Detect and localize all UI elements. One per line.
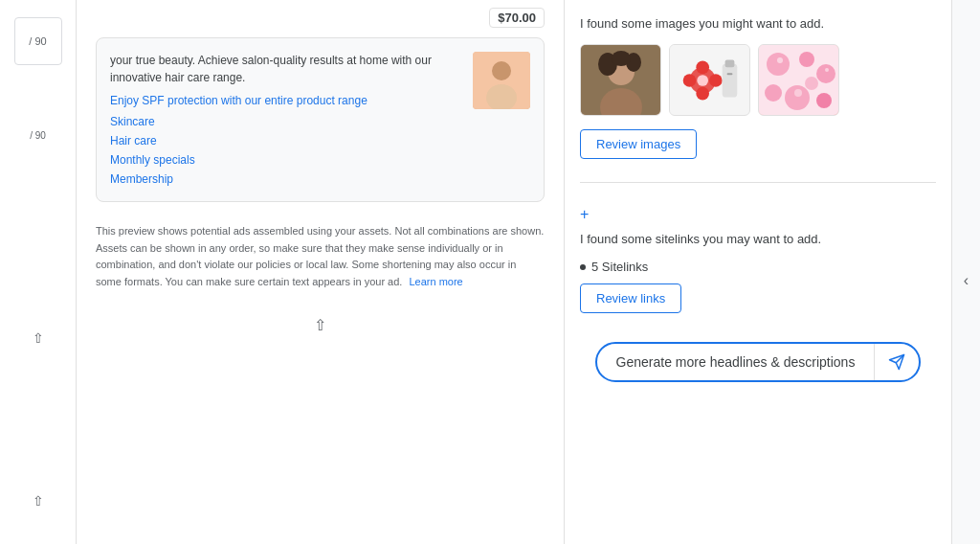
- svg-point-22: [816, 64, 835, 83]
- svg-rect-18: [727, 73, 733, 75]
- ad-preview-card: your true beauty. Achieve salon-quality …: [96, 37, 545, 202]
- nav-link-monthly[interactable]: Monthly specials: [110, 153, 461, 167]
- review-links-button[interactable]: Review links: [580, 283, 681, 313]
- ad-nav-links: Skincare Hair care Monthly specials Memb…: [110, 115, 461, 188]
- svg-point-27: [777, 57, 783, 63]
- svg-point-13: [683, 74, 697, 87]
- images-section-title: I found some images you might want to ad…: [580, 15, 936, 33]
- nav-link-skincare[interactable]: Skincare: [110, 115, 461, 128]
- svg-point-8: [612, 51, 631, 66]
- ad-description: your true beauty. Achieve salon-quality …: [110, 52, 461, 86]
- svg-point-20: [767, 53, 790, 76]
- svg-point-26: [805, 77, 818, 90]
- preview-panel: $70.00 your true beauty. Achieve salon-q…: [77, 0, 565, 544]
- images-row: [580, 44, 936, 116]
- sitelinks-section: + I found some sitelinks you may want to…: [580, 206, 936, 313]
- price-tag: $70.00: [489, 8, 545, 28]
- preview-panel-collapse: ⇧: [77, 302, 564, 348]
- nav-link-membership[interactable]: Membership: [110, 172, 461, 186]
- sitelinks-section-title: I found some sitelinks you may want to a…: [580, 231, 936, 248]
- generate-section: Generate more headlines & descriptions: [580, 332, 936, 382]
- left-sidebar: / 90 / 90 ⇧ ⇧: [0, 0, 77, 544]
- learn-more-link[interactable]: Learn more: [409, 276, 462, 287]
- image-thumb-3[interactable]: [758, 44, 839, 116]
- plus-icon: +: [580, 206, 936, 223]
- svg-point-23: [765, 84, 782, 102]
- collapse-button-1[interactable]: ⇧: [24, 324, 53, 352]
- price-tag-row: $70.00: [77, 0, 564, 28]
- main-content: $70.00 your true beauty. Achieve salon-q…: [77, 0, 980, 544]
- images-section: I found some images you might want to ad…: [580, 15, 936, 159]
- image-thumb-1[interactable]: [580, 44, 661, 116]
- preview-info-content: This preview shows potential ads assembl…: [96, 225, 544, 287]
- right-panel: I found some images you might want to ad…: [565, 0, 951, 544]
- generate-button[interactable]: Generate more headlines & descriptions: [597, 345, 875, 379]
- svg-point-24: [785, 85, 810, 110]
- svg-point-14: [709, 74, 723, 87]
- sitelinks-count: 5 Sitelinks: [591, 260, 648, 274]
- ad-text-content: your true beauty. Achieve salon-quality …: [110, 52, 461, 188]
- preview-collapse-button[interactable]: ⇧: [305, 309, 336, 340]
- svg-point-25: [816, 93, 832, 108]
- counter-box-1: / 90: [14, 17, 62, 65]
- bullet-dot: [580, 264, 586, 270]
- svg-rect-16: [723, 64, 738, 98]
- generate-button-wrapper: Generate more headlines & descriptions: [595, 342, 922, 382]
- send-icon: [888, 353, 905, 371]
- svg-point-11: [696, 61, 709, 75]
- review-images-button[interactable]: Review images: [580, 129, 697, 159]
- sitelinks-count-item: 5 Sitelinks: [580, 260, 936, 274]
- svg-point-21: [799, 52, 814, 67]
- far-right-chevron-button[interactable]: ‹: [960, 268, 972, 293]
- svg-point-12: [696, 87, 709, 101]
- far-right-panel: ‹: [951, 0, 980, 544]
- counter-label-1: / 90: [30, 130, 46, 141]
- preview-info-text: This preview shows potential ads assembl…: [77, 212, 564, 302]
- counter-value-1: / 90: [29, 35, 46, 47]
- ad-image-thumbnail: [473, 52, 530, 109]
- svg-point-29: [794, 89, 802, 97]
- generate-send-button[interactable]: [874, 344, 919, 380]
- svg-point-28: [825, 68, 829, 72]
- svg-point-15: [697, 75, 708, 86]
- image-thumb-2[interactable]: [669, 44, 750, 116]
- nav-link-haircare[interactable]: Hair care: [110, 134, 461, 147]
- section-divider-1: [580, 182, 936, 183]
- svg-rect-17: [725, 60, 735, 68]
- ad-promo-link[interactable]: Enjoy SPF protection with our entire pro…: [110, 94, 461, 107]
- svg-point-1: [492, 61, 511, 80]
- collapse-button-2[interactable]: ⇧: [24, 487, 53, 515]
